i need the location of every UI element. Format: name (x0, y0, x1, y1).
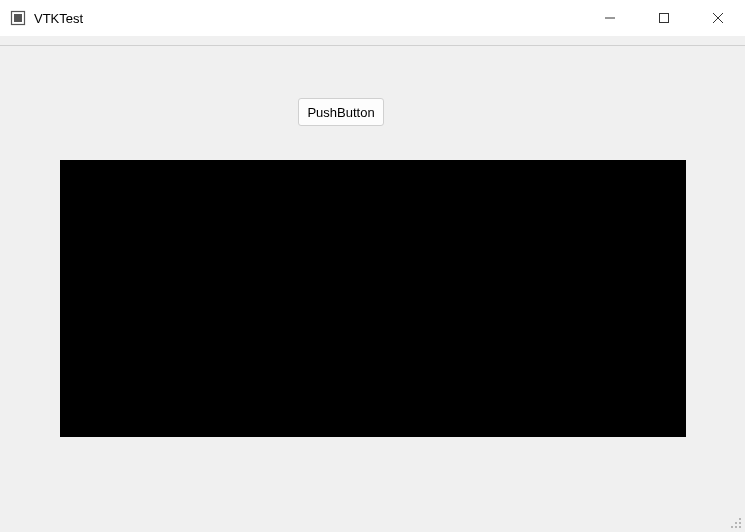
resize-grip-icon[interactable] (727, 514, 743, 530)
svg-point-10 (735, 526, 737, 528)
svg-point-7 (735, 522, 737, 524)
svg-point-11 (739, 526, 741, 528)
titlebar: VTKTest (0, 0, 745, 36)
main-window: VTKTest PushButton (0, 0, 745, 532)
content-area: PushButton (0, 46, 745, 532)
toolbar (0, 36, 745, 46)
svg-point-8 (739, 522, 741, 524)
app-icon (10, 10, 26, 26)
push-button[interactable]: PushButton (298, 98, 384, 126)
window-title: VTKTest (34, 11, 83, 26)
window-controls (583, 0, 745, 36)
maximize-button[interactable] (637, 0, 691, 36)
close-button[interactable] (691, 0, 745, 36)
svg-point-9 (731, 526, 733, 528)
svg-point-6 (739, 518, 741, 520)
svg-rect-3 (660, 14, 669, 23)
vtk-viewport[interactable] (60, 160, 686, 437)
svg-rect-1 (14, 14, 22, 22)
minimize-button[interactable] (583, 0, 637, 36)
